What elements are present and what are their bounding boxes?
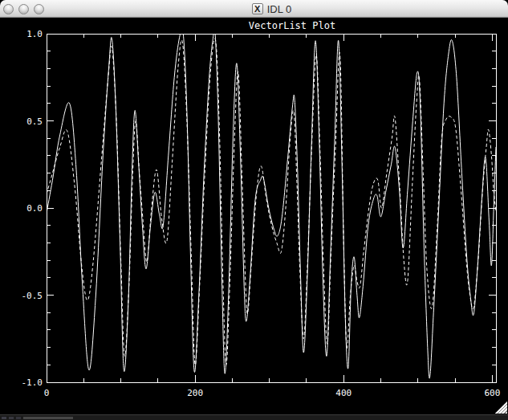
window-titlebar[interactable]: X IDL 0	[0, 0, 508, 18]
y-tick-label: 0.0	[26, 203, 43, 214]
zoom-button[interactable]	[34, 4, 44, 14]
plot-canvas: 02004006001.00.50.0-0.5-1.0VectorList Pl…	[0, 18, 508, 420]
x11-app-icon: X	[252, 3, 263, 14]
x-tick-label: 400	[335, 388, 352, 398]
window-title: IDL 0	[267, 3, 292, 15]
window-bottom-edge	[0, 414, 508, 420]
close-button[interactable]	[3, 4, 14, 14]
idl-plot-window: X IDL 0 02004006001.00.50.0-0.5-1.0Vecto…	[0, 0, 508, 420]
plot-title: VectorList Plot	[249, 20, 335, 31]
window-title-group: X IDL 0	[18, 0, 508, 18]
window-controls	[3, 0, 44, 18]
bottom-edge-segment	[23, 417, 73, 419]
x-tick-label: 0	[44, 388, 50, 398]
y-tick-label: -0.5	[22, 291, 43, 301]
y-tick-label: 1.0	[26, 29, 43, 39]
bottom-edge-segment	[9, 417, 14, 419]
y-tick-label: 0.5	[26, 116, 43, 127]
x-tick-label: 200	[187, 388, 203, 398]
plot-content-area: 02004006001.00.50.0-0.5-1.0VectorList Pl…	[0, 18, 508, 420]
vector-list-smoothed-series-path	[47, 39, 496, 365]
vector-list-raw-series-path	[47, 27, 496, 378]
bottom-edge-segment	[16, 417, 21, 419]
bottom-edge-segment	[2, 417, 6, 419]
x-tick-label: 600	[484, 388, 500, 398]
y-tick-label: -1.0	[22, 377, 43, 388]
minimize-button[interactable]	[18, 4, 29, 14]
